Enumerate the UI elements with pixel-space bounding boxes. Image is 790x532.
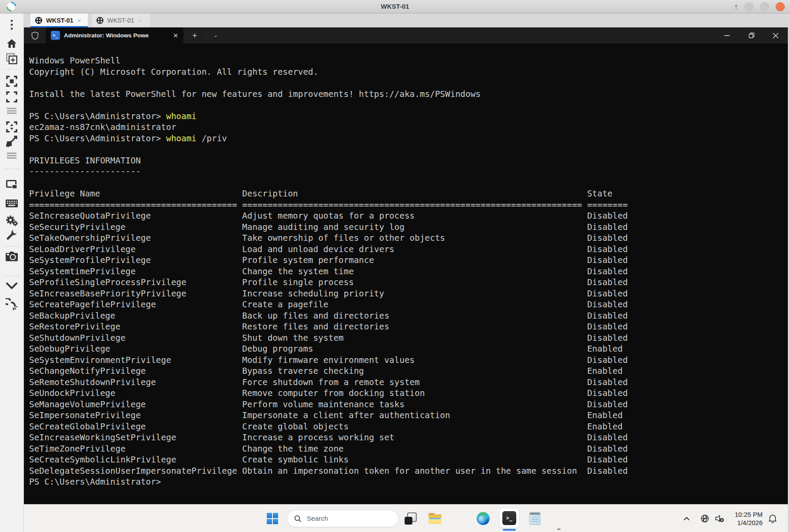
terminal-output: Windows PowerShell Copyright (C) Microso…: [29, 55, 628, 488]
powershell-icon: >_: [51, 31, 60, 40]
grip-lines-icon: [5, 149, 18, 162]
network-status-button[interactable]: [700, 514, 709, 523]
file-explorer-button[interactable]: [428, 513, 441, 524]
edge-icon: [477, 512, 490, 525]
screen: { "app": { "title": "WKST-01" }, "sessio…: [0, 0, 790, 532]
new-terminal-tab-button[interactable]: +: [183, 31, 206, 40]
task-view-icon: [405, 512, 417, 525]
window-close-dot[interactable]: [776, 2, 785, 11]
windows-terminal-icon: >_: [502, 511, 516, 525]
globe-offline-icon: [700, 514, 709, 523]
bell-icon: [769, 514, 777, 523]
viewer-titlebar: WKST-01 ↑: [0, 0, 790, 13]
fullscreen-icon[interactable]: [5, 90, 18, 103]
notepad-icon: [530, 512, 541, 525]
screenshot-camera-icon[interactable]: [5, 250, 18, 263]
toolbar-divider: [3, 246, 20, 246]
disconnect-link-icon[interactable]: [5, 298, 18, 311]
restore-button[interactable]: [739, 27, 763, 43]
volume-button[interactable]: [715, 514, 724, 523]
taskbar-clock[interactable]: 10:25 PM 1/4/2026: [735, 510, 763, 527]
tools-wrench-icon[interactable]: [5, 228, 18, 241]
edge-button[interactable]: [477, 512, 490, 525]
session-tab-wkst01-active[interactable]: WKST-01 ×: [30, 13, 88, 27]
file-explorer-icon: [428, 513, 441, 524]
collapse-toolbar-chevron-icon[interactable]: [5, 279, 18, 293]
hidden-icons-button[interactable]: [684, 516, 690, 520]
chevron-up-icon: [684, 516, 690, 520]
start-button[interactable]: [267, 513, 278, 524]
terminal-tab-powershell[interactable]: >_ Administrator: Windows Powe ✕: [46, 27, 183, 43]
dynamic-resolution-icon[interactable]: [5, 120, 18, 133]
new-connection-icon[interactable]: [5, 52, 18, 65]
clock-time: 10:25 PM: [735, 510, 763, 519]
settings-gears-icon[interactable]: [5, 214, 18, 227]
windows-logo-icon: [267, 513, 278, 524]
upload-arrow-icon[interactable]: ↑: [734, 3, 738, 10]
session-logo-icon: [96, 17, 104, 24]
toolbar-divider: [3, 69, 20, 70]
close-terminal-tab-icon[interactable]: ✕: [171, 32, 178, 39]
session-logo-icon: [35, 17, 43, 24]
terminal-titlebar: >_ Administrator: Windows Powe ✕ + ⌄: [24, 27, 788, 43]
volume-muted-icon: [715, 514, 724, 523]
grip-lines-icon: [5, 104, 18, 117]
admin-shield-icon: [24, 31, 46, 40]
clock-date: 1/4/2026: [735, 519, 763, 527]
terminal-tab-dropdown-icon[interactable]: ⌄: [206, 33, 225, 38]
task-view-button[interactable]: [405, 512, 417, 525]
session-tabstrip: WKST-01 × WKST-01 ×: [24, 13, 790, 27]
close-tab-icon[interactable]: ×: [78, 17, 81, 24]
toolbar-divider: [3, 169, 20, 169]
session-tab-label: WKST-01: [107, 17, 134, 24]
keyboard-icon[interactable]: [5, 197, 18, 210]
window-control-dot-1[interactable]: [744, 2, 753, 11]
search-icon: [294, 515, 302, 522]
notepad-button[interactable]: [530, 512, 541, 525]
session-tab-label: WKST-01: [46, 17, 73, 24]
search-placeholder: Search: [307, 515, 328, 522]
windows-terminal-button-active[interactable]: >_: [499, 508, 519, 528]
notification-center-button[interactable]: [769, 514, 777, 523]
remote-desktop-viewport[interactable]: >_ Administrator: Windows Powe ✕ + ⌄ Win…: [24, 27, 788, 532]
menu-kebab-icon[interactable]: [5, 18, 18, 31]
actual-size-icon[interactable]: [5, 135, 18, 148]
windows-taskbar: Search >_ 10:25 PM 1/4: [24, 504, 788, 532]
running-app-indicator: [557, 529, 561, 530]
taskbar-search[interactable]: Search: [287, 510, 398, 527]
close-button[interactable]: [763, 27, 788, 43]
active-app-indicator: [503, 529, 516, 531]
viewer-toolbar: [0, 13, 24, 532]
window-control-dot-2[interactable]: [760, 2, 769, 11]
terminal-tab-title: Administrator: Windows Powe: [64, 32, 167, 39]
session-tab-wkst01-inactive[interactable]: WKST-01 ×: [92, 13, 150, 27]
terminal-screen[interactable]: Windows PowerShell Copyright (C) Microso…: [24, 43, 788, 504]
home-icon[interactable]: [5, 37, 18, 50]
window-title: WKST-01: [0, 3, 790, 10]
toolbar-divider: [3, 276, 20, 276]
close-tab-icon[interactable]: ×: [139, 17, 142, 24]
minimize-button[interactable]: [715, 27, 739, 43]
fit-window-icon[interactable]: [5, 75, 18, 88]
multi-monitor-icon[interactable]: [5, 178, 18, 191]
